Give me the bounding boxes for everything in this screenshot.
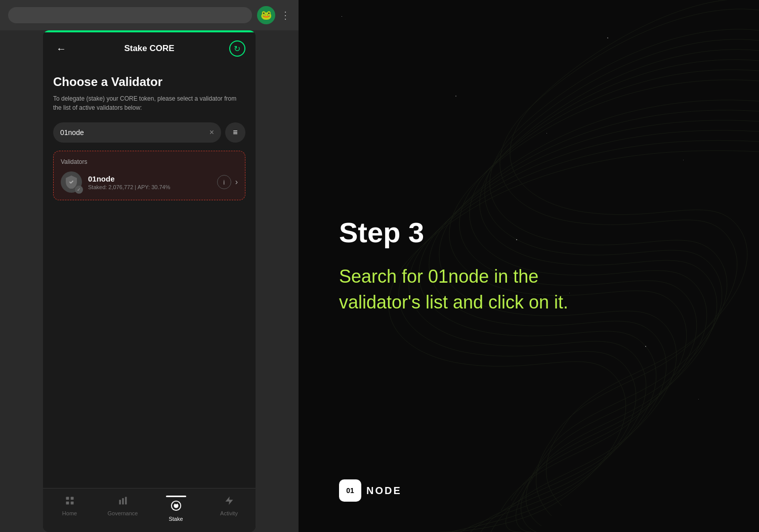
validators-card: Validators ✓ 01node Staked: 2,076,772 | … [53, 151, 245, 200]
check-badge: ✓ [75, 186, 83, 194]
search-input-wrapper: × [53, 122, 221, 143]
search-clear-icon[interactable]: × [209, 128, 214, 137]
svg-rect-4 [119, 500, 120, 504]
chevron-right-icon: › [235, 178, 238, 187]
browser-frog-icon: 🐸 [257, 6, 275, 24]
brand-logo: 01 NODE [339, 479, 402, 502]
svg-marker-10 [225, 497, 233, 505]
svg-rect-3 [70, 502, 73, 505]
svg-rect-0 [66, 497, 69, 500]
stake-nav-label: Stake [168, 516, 183, 522]
activity-nav-label: Activity [220, 510, 238, 516]
bottom-nav: Home Governance [43, 488, 256, 532]
phone-mockup: ← Stake CORE ↻ Choose a Validator To del… [43, 30, 256, 532]
filter-icon: ≡ [233, 128, 237, 137]
left-panel: 🐸 ⋮ ← Stake CORE ↻ Choose a Validator To… [0, 0, 299, 532]
validator-info-button[interactable]: i [217, 175, 231, 189]
svg-rect-5 [122, 498, 123, 505]
home-nav-icon [65, 496, 75, 508]
choose-validator-subtitle: To delegate (stake) your CORE token, ple… [53, 94, 245, 112]
app-content: Choose a Validator To delegate (stake) y… [43, 65, 256, 488]
home-nav-label: Home [62, 510, 77, 516]
validators-label: Validators [61, 158, 238, 165]
svg-rect-2 [66, 502, 69, 505]
activity-nav-icon [224, 496, 234, 508]
validator-avatar: ✓ [61, 171, 82, 193]
app-header: ← Stake CORE ↻ [43, 32, 256, 65]
search-bar: × ≡ [53, 122, 245, 143]
back-button[interactable]: ← [53, 40, 69, 57]
right-panel: Step 3 Search for 01node in the validato… [299, 0, 759, 532]
brand-name: NODE [366, 485, 402, 497]
svg-rect-1 [70, 497, 73, 500]
nav-item-home[interactable]: Home [43, 494, 96, 524]
filter-button[interactable]: ≡ [225, 122, 245, 143]
search-input[interactable] [60, 128, 205, 137]
svg-rect-6 [125, 497, 126, 505]
nav-item-stake[interactable]: Stake [149, 494, 202, 524]
nav-item-activity[interactable]: Activity [202, 494, 256, 524]
validator-actions: i › [217, 175, 238, 189]
browser-bar: 🐸 ⋮ [0, 0, 299, 30]
app-title: Stake CORE [124, 43, 174, 54]
step-title: Step 3 [339, 217, 719, 248]
choose-validator-title: Choose a Validator [53, 75, 245, 89]
url-bar [8, 7, 252, 23]
validator-item[interactable]: ✓ 01node Staked: 2,076,772 | APY: 30.74%… [61, 171, 238, 193]
governance-nav-icon [118, 496, 128, 508]
browser-menu-icon[interactable]: ⋮ [280, 9, 290, 21]
validator-name: 01node [88, 174, 211, 183]
validator-stats: Staked: 2,076,772 | APY: 30.74% [88, 184, 211, 190]
nav-item-governance[interactable]: Governance [96, 494, 149, 524]
refresh-icon[interactable]: ↻ [229, 40, 245, 57]
brand-box: 01 [339, 479, 361, 502]
validator-info: 01node Staked: 2,076,772 | APY: 30.74% [88, 174, 211, 190]
nav-active-indicator [166, 496, 186, 497]
info-icon: i [223, 179, 225, 186]
stake-nav-icon [171, 500, 182, 514]
governance-nav-label: Governance [108, 510, 138, 516]
svg-point-9 [175, 503, 177, 505]
step-description: Search for 01node in the validator's lis… [339, 264, 602, 315]
